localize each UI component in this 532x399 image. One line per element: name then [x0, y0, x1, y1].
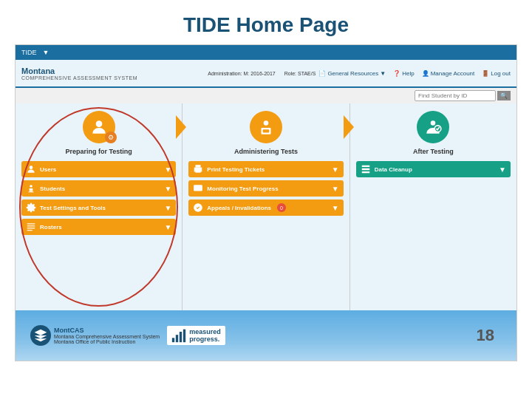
menu-item-data-left: Data Cleanup [361, 164, 412, 174]
menu-item-appeals-label: Appeals / Invalidations [207, 205, 271, 211]
administering-column: Administering Tests Print Testing Ticket… [183, 103, 349, 310]
menu-item-print-label: Print Testing Tickets [207, 166, 265, 173]
students-chevron: ▼ [164, 185, 171, 193]
menu-item-monitoring-label: Monitoring Test Progress [207, 185, 278, 192]
settings-icon [26, 202, 36, 213]
montcas-sub1: Montana Comprehensive Assessment System [54, 334, 160, 339]
search-button[interactable]: 🔍 [497, 91, 511, 100]
menu-item-students-label: Students [40, 185, 65, 192]
main-content: ⚙ Preparing for Testing Users ▼ [16, 103, 516, 310]
appeals-badge: 0 [277, 203, 286, 212]
search-bar-row: 🔍 [16, 88, 516, 103]
menu-item-users[interactable]: Users ▼ [21, 161, 176, 177]
logout-icon: 🚪 [482, 70, 489, 77]
menu-item-print-tickets[interactable]: Print Testing Tickets ▼ [188, 161, 343, 177]
footer-logos: MontCAS Montana Comprehensive Assessment… [30, 325, 225, 346]
menu-item-students-left: Students [26, 183, 65, 194]
svg-rect-5 [27, 225, 35, 226]
menu-item-appeals[interactable]: Appeals / Invalidations 0 ▼ [188, 200, 343, 216]
svg-point-8 [264, 120, 269, 126]
svg-rect-18 [180, 332, 182, 342]
appeals-chevron: ▼ [332, 204, 339, 212]
rosters-chevron: ▼ [164, 223, 171, 231]
preparing-icon-circle: ⚙ [83, 111, 115, 143]
monitor-icon [193, 183, 203, 194]
menu-item-students[interactable]: Students ▼ [21, 180, 176, 197]
svg-point-0 [95, 120, 102, 127]
app-bar-title: TIDE [21, 49, 37, 56]
montcas-sub2: Montana Office of Public Instruction [54, 339, 160, 344]
log-out-link[interactable]: 🚪 Log out [482, 70, 511, 77]
help-link[interactable]: ❓ Help [393, 70, 414, 77]
manage-account-link[interactable]: 👤 Manage Account [422, 70, 475, 77]
monitoring-chevron: ▼ [332, 185, 339, 193]
svg-point-1 [30, 166, 33, 169]
page-title: TIDE Home Page [0, 0, 532, 44]
svg-rect-3 [30, 188, 33, 191]
montana-title: Montana [21, 66, 137, 75]
svg-rect-17 [176, 335, 178, 342]
account-icon: 👤 [422, 70, 429, 77]
mp-logo-icon [171, 328, 186, 343]
after-icon [423, 117, 443, 137]
svg-point-14 [431, 120, 436, 126]
data-cleanup-chevron: ▼ [499, 166, 506, 174]
montana-left: Montana COMPREHENSIVE ASSESSMENT SYSTEM [21, 66, 137, 81]
students-icon [26, 183, 36, 194]
menu-item-users-label: Users [40, 166, 56, 173]
svg-rect-4 [27, 223, 35, 224]
administering-icon-circle [250, 111, 282, 143]
svg-rect-7 [27, 230, 33, 231]
menu-item-print-left: Print Testing Tickets [193, 164, 265, 174]
footer-area: MontCAS Montana Comprehensive Assessment… [16, 310, 516, 361]
test-settings-chevron: ▼ [164, 204, 171, 212]
mp-text: measuredprogress. [189, 328, 221, 343]
preparing-title: Preparing for Testing [21, 148, 176, 155]
montcas-logo: MontCAS Montana Comprehensive Assessment… [30, 325, 160, 346]
administering-title: Administering Tests [188, 148, 343, 155]
data-icon [361, 164, 371, 174]
svg-rect-10 [263, 129, 270, 132]
resources-icon: 📄 [318, 70, 326, 77]
menu-item-rosters-left: Rosters [26, 222, 62, 232]
montcas-logo-icon [30, 325, 51, 346]
gear-badge: ⚙ [105, 132, 117, 143]
menu-item-test-settings[interactable]: Test Settings and Tools ▼ [21, 200, 176, 216]
print-icon [193, 164, 203, 174]
svg-rect-19 [183, 330, 185, 343]
svg-rect-16 [172, 338, 174, 342]
admin-icon [256, 117, 276, 137]
menu-item-rosters[interactable]: Rosters ▼ [21, 219, 176, 235]
montana-header: Montana COMPREHENSIVE ASSESSMENT SYSTEM … [16, 60, 516, 88]
appeals-icon [193, 202, 203, 213]
menu-item-test-settings-left: Test Settings and Tools [26, 202, 106, 213]
montana-right: Administration: M: 2016-2017 Role: STAE/… [208, 70, 511, 77]
administering-icon-area [188, 111, 343, 143]
general-resources-link[interactable]: 📄 General Resources ▼ [318, 70, 386, 77]
menu-item-rosters-label: Rosters [40, 224, 62, 231]
tide-app: TIDE ▼ Montana COMPREHENSIVE ASSESSMENT … [15, 44, 517, 361]
print-chevron: ▼ [332, 166, 339, 174]
measured-progress-logo: measuredprogress. [167, 326, 225, 345]
search-input[interactable] [415, 90, 496, 101]
menu-item-data-cleanup[interactable]: Data Cleanup ▼ [356, 161, 511, 177]
users-chevron: ▼ [164, 166, 171, 174]
app-bar-dropdown[interactable]: ▼ [43, 49, 50, 56]
menu-item-users-left: Users [26, 164, 56, 174]
administration-text: Administration: M: 2016-2017 [208, 71, 275, 76]
after-icon-area [356, 111, 511, 143]
arrow-right-preparing [176, 115, 186, 139]
after-testing-column: After Testing Data Cleanup ▼ [350, 103, 516, 310]
app-header-bar: TIDE ▼ [16, 45, 516, 60]
after-title: After Testing [356, 148, 511, 155]
preparing-column: ⚙ Preparing for Testing Users ▼ [16, 103, 183, 310]
menu-item-monitoring[interactable]: Monitoring Test Progress ▼ [188, 180, 343, 197]
menu-item-monitoring-left: Monitoring Test Progress [193, 183, 278, 194]
after-icon-circle [417, 111, 449, 143]
svg-rect-13 [194, 185, 202, 191]
menu-item-appeals-left: Appeals / Invalidations 0 [193, 202, 286, 213]
svg-point-2 [30, 185, 33, 188]
svg-rect-6 [27, 228, 35, 228]
montcas-text: MontCAS Montana Comprehensive Assessment… [54, 327, 160, 344]
svg-rect-12 [196, 170, 201, 173]
